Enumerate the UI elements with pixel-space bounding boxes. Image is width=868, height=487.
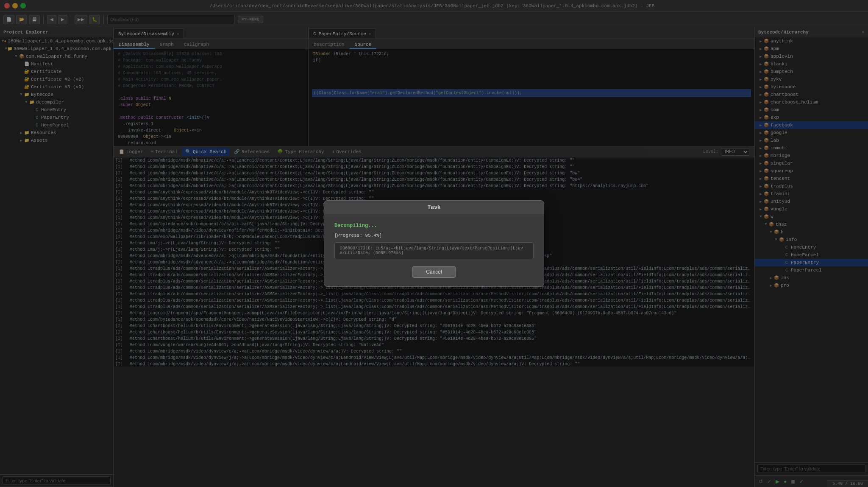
modal-status-row: Decompiling... [334, 223, 534, 229]
modal-cancel-button[interactable]: Cancel [412, 266, 456, 278]
modal-progress-value: [Progress: 95.4%] [334, 233, 382, 238]
modal-status-label: Decompiling... [334, 223, 377, 229]
modal-info-text: 206008/17318: Lu5/a;->b(Ljava/lang/Strin… [334, 242, 534, 259]
modal-progress-row: [Progress: 95.4%] [334, 233, 534, 238]
modal-overlay[interactable]: Task Decompiling... [Progress: 95.4%] 20… [0, 0, 868, 487]
task-modal: Task Decompiling... [Progress: 95.4%] 20… [324, 200, 544, 287]
modal-title: Task [324, 201, 544, 214]
modal-body: Decompiling... [Progress: 95.4%] 206008/… [324, 214, 544, 286]
